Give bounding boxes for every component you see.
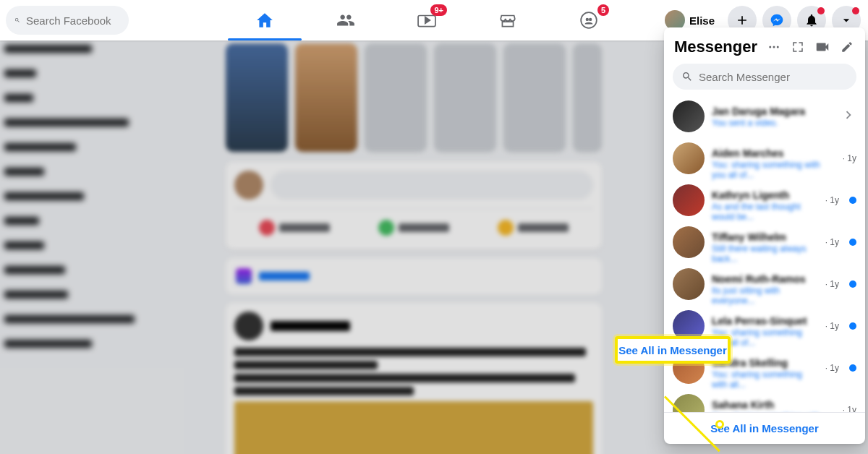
conversation-preview: You: sharing something with all... <box>712 369 816 380</box>
story-card[interactable] <box>434 43 496 152</box>
composer-feeling[interactable] <box>474 215 593 241</box>
svg-point-1 <box>769 46 771 48</box>
conversation-preview: Still there waiting always back... <box>712 244 816 254</box>
nav-marketplace[interactable] <box>467 0 548 40</box>
conversation-time: · 1y <box>825 363 839 373</box>
unread-indicator <box>849 322 856 330</box>
conversation-info: Aiden Marches You: sharing something wit… <box>712 147 833 170</box>
avatar <box>234 171 263 200</box>
conversation-name: Sahana Kirth <box>712 399 833 410</box>
search-input[interactable] <box>26 14 120 27</box>
caret-down-icon <box>839 13 854 27</box>
user-name: Elise <box>689 14 715 27</box>
conversation-name: Jan Daruga Magara <box>712 106 833 116</box>
story-card[interactable] <box>573 43 602 152</box>
conversation-time: · 1y <box>843 405 856 412</box>
bell-icon <box>804 13 819 27</box>
create-room[interactable] <box>226 258 602 294</box>
story-card[interactable] <box>365 43 427 152</box>
conversation-info: Tiffany Wilhelm Still there waiting alwa… <box>712 231 816 254</box>
composer-photo-video[interactable] <box>354 215 473 241</box>
conversation-item[interactable]: Kathryn Ligenth As and the last thought … <box>664 179 865 221</box>
svg-point-3 <box>777 46 779 48</box>
conversation-info: Kathryn Ligenth As and the last thought … <box>712 189 816 212</box>
conversation-preview: You: sharing something with you all of..… <box>712 160 833 170</box>
news-feed <box>226 43 602 454</box>
nav-watch[interactable]: 9+ <box>386 0 467 40</box>
nav-groups[interactable]: 5 <box>548 0 629 40</box>
story-card[interactable] <box>503 43 566 152</box>
story-card[interactable] <box>295 43 357 152</box>
search-icon <box>681 71 693 82</box>
conversation-info: Noemi Ruth-Ramos Its just sitting with e… <box>712 273 816 296</box>
messenger-title: Messenger <box>674 38 757 56</box>
watch-badge: 9+ <box>430 4 447 16</box>
composer <box>226 162 602 249</box>
conversation-time: · 1y <box>825 195 839 205</box>
conversation-time: · 1y <box>825 237 839 247</box>
notification-dot <box>817 7 825 14</box>
unread-indicator <box>849 280 856 288</box>
conversation-preview: You sent a video. <box>712 118 833 128</box>
messenger-search-input[interactable] <box>699 71 836 83</box>
story-card[interactable] <box>226 43 288 152</box>
global-search[interactable] <box>6 6 129 35</box>
conversation-item[interactable]: Aiden Marches You: sharing something wit… <box>664 137 865 179</box>
account-dot <box>852 7 859 14</box>
conversation-info: Jan Daruga Magara You sent a video. <box>712 106 833 128</box>
messenger-expand-button[interactable] <box>791 38 807 56</box>
svg-point-2 <box>773 46 775 48</box>
conversation-name: Lela Perras-Sinquet <box>712 315 816 326</box>
messenger-new-video-button[interactable] <box>814 38 830 56</box>
composer-input[interactable] <box>271 171 593 200</box>
nav-home[interactable] <box>224 0 305 40</box>
feed-post <box>226 303 602 454</box>
video-plus-icon <box>814 39 830 55</box>
friends-icon <box>336 11 355 30</box>
plus-icon <box>735 13 749 27</box>
conversation-preview: You: sharing something with all... <box>712 411 833 413</box>
unread-indicator <box>849 197 856 204</box>
avatar <box>673 184 705 216</box>
messenger-options-button[interactable] <box>766 38 782 56</box>
conversation-name: Aiden Marches <box>712 147 833 158</box>
chevron-right-icon <box>841 107 856 126</box>
see-all-in-messenger-link[interactable]: See All in Messenger <box>710 422 819 434</box>
nav-friends[interactable] <box>305 0 386 40</box>
avatar <box>673 268 705 300</box>
conversation-item[interactable]: Sahana Kirth You: sharing something with… <box>664 389 865 412</box>
ellipsis-icon <box>767 40 780 53</box>
annotation-label: See All in Messenger <box>618 344 727 356</box>
conversation-name: Noemi Ruth-Ramos <box>712 273 816 284</box>
center-nav: 9+ 5 <box>224 0 629 40</box>
conversation-preview: As and the last thought would be... <box>712 202 816 212</box>
messenger-panel: Messenger Jan Daruga Magara You sent a v… <box>664 27 865 444</box>
unread-indicator <box>849 364 856 372</box>
avatar <box>673 226 705 258</box>
avatar <box>673 100 705 132</box>
conversation-info: Lela Perras-Sinquet You: sharing somethi… <box>712 315 816 338</box>
home-icon <box>255 11 274 30</box>
avatar <box>673 142 705 174</box>
conversation-time: · 1y <box>825 321 839 331</box>
svg-point-0 <box>581 12 597 28</box>
conversation-item[interactable]: Tiffany Wilhelm Still there waiting alwa… <box>664 221 865 263</box>
annotation-callout: See All in Messenger <box>615 336 731 364</box>
conversation-preview: Its just sitting with everyone... <box>712 286 816 296</box>
messenger-header: Messenger <box>664 27 865 64</box>
compose-icon <box>841 40 854 53</box>
composer-live-video[interactable] <box>234 215 354 241</box>
conversation-time: · 1y <box>825 279 839 289</box>
messenger-compose-button[interactable] <box>839 38 855 56</box>
stories-row <box>226 43 602 162</box>
groups-badge: 5 <box>597 4 609 16</box>
messenger-search[interactable] <box>673 64 856 90</box>
marketplace-icon <box>498 11 517 30</box>
annotation-endpoint <box>715 420 724 429</box>
conversation-info: Sahana Kirth You: sharing something with… <box>712 399 833 413</box>
messenger-icon <box>770 13 784 27</box>
search-icon <box>14 14 20 26</box>
conversation-item[interactable]: Jan Daruga Magara You sent a video. <box>664 95 865 137</box>
conversation-name: Kathryn Ligenth <box>712 189 816 200</box>
conversation-item[interactable]: Noemi Ruth-Ramos Its just sitting with e… <box>664 263 865 305</box>
